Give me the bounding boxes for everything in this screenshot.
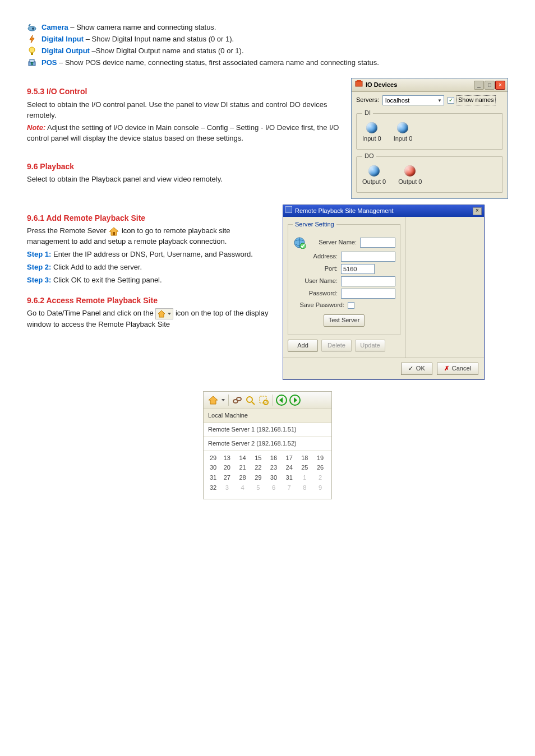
chevron-down-icon[interactable]: [220, 394, 226, 406]
zoom-region-icon[interactable]: [258, 394, 270, 406]
do-item-1[interactable]: Output 0: [398, 165, 422, 187]
note-label: Note:: [27, 123, 45, 132]
test-server-button[interactable]: Test Server: [324, 314, 365, 327]
bullet-text: – Show POS device name, connecting statu…: [59, 58, 379, 67]
dt-row-remote-1[interactable]: Remote Server 1 (192.168.1.51): [204, 423, 331, 437]
heading-961: 9.6.1 Add Remote Playback Site: [27, 212, 274, 224]
svg-point-15: [247, 397, 252, 402]
di-label: Input 0: [362, 134, 381, 143]
led-blue-icon: [366, 122, 377, 133]
led-red-icon: [404, 165, 416, 177]
server-name-label: Server Name:: [312, 238, 357, 247]
step-key: Step 1:: [27, 250, 51, 258]
dt-row-local[interactable]: Local Machine: [204, 409, 331, 423]
zoom-icon[interactable]: [245, 394, 257, 406]
text-96: Select to obtain the Playback panel and …: [27, 174, 342, 185]
separator: [228, 395, 229, 406]
svg-rect-16: [260, 396, 266, 403]
step-3: Step 3: Click OK to exit the Setting pan…: [27, 275, 274, 286]
heading-96: 9.6 Playback: [27, 161, 342, 172]
svg-rect-7: [356, 81, 362, 86]
server-setting-group: Server Setting Server Name: Address: Por…: [288, 220, 400, 335]
svg-rect-10: [285, 206, 292, 213]
servers-select[interactable]: localhost: [382, 95, 444, 105]
bullet-camera: Camera – Show camera name and connecting…: [27, 22, 508, 33]
cancel-button[interactable]: ✗Cancel: [437, 363, 478, 375]
btn-label: Cancel: [452, 364, 471, 373]
prev-icon[interactable]: [275, 394, 288, 406]
io-window-title: IO Devices: [366, 81, 397, 90]
remote-playback-mgmt-window: Remote Playback Site Management × Server…: [283, 205, 485, 380]
di-group: DI Input 0 Input 0: [356, 109, 503, 150]
delete-button[interactable]: Delete: [321, 340, 352, 352]
close-button[interactable]: ×: [495, 81, 505, 90]
date-time-panel: Local Machine Remote Server 1 (192.168.1…: [203, 391, 332, 500]
savepass-label: Save Password:: [293, 301, 344, 310]
lightbulb-icon: [27, 46, 37, 56]
calendar-grid[interactable]: 2913141516171819 3020212223242526 312728…: [204, 451, 331, 499]
led-blue-icon: [397, 122, 408, 133]
shownames-checkbox[interactable]: ✓ Show names: [448, 95, 496, 105]
di-label: Input 0: [394, 134, 413, 143]
text-frag: Press the Remote Sever: [27, 226, 107, 235]
home-dropdown-icon[interactable]: [207, 394, 219, 406]
globe-icon: [293, 236, 306, 249]
di-item-1[interactable]: Input 0: [394, 122, 413, 143]
ok-button[interactable]: ✓OK: [401, 363, 432, 375]
btn-label: OK: [416, 364, 425, 373]
savepass-checkbox[interactable]: [348, 302, 354, 309]
icon-bullet-list: Camera – Show camera name and connecting…: [27, 22, 508, 68]
do-legend: DO: [362, 152, 376, 161]
step-text: Click Add to add the server.: [51, 263, 142, 271]
step-key: Step 2:: [27, 263, 51, 271]
step-text: Enter the IP address or DNS, Port, Usern…: [51, 250, 253, 258]
bullet-text: –Show Digital Output name and status (0 …: [92, 47, 244, 55]
next-icon[interactable]: [289, 394, 301, 406]
step-text: Click OK to exit the Setting panel.: [51, 276, 162, 284]
address-input[interactable]: [341, 252, 395, 262]
dt-row-remote-2[interactable]: Remote Server 2 (192.168.1.52): [204, 437, 331, 451]
svg-point-17: [264, 400, 268, 405]
led-blue-icon: [368, 165, 380, 177]
svg-text:$: $: [31, 62, 33, 66]
bullet-text: – Show camera name and connecting status…: [70, 23, 216, 31]
rpm-server-list: [405, 217, 484, 358]
link-icon[interactable]: [231, 394, 243, 406]
lightning-icon: [27, 34, 37, 44]
bullet-label: POS: [41, 58, 57, 67]
do-item-0[interactable]: Output 0: [362, 165, 386, 187]
rpm-titlebar: Remote Playback Site Management ×: [283, 205, 484, 217]
bullet-di: Digital Input – Show Digital Input name …: [27, 34, 508, 45]
io-devices-window: IO Devices _ □ × Servers: localhost ✓ Sh…: [351, 78, 508, 199]
server-name-input[interactable]: [360, 238, 395, 248]
rpm-app-icon: [285, 206, 292, 216]
svg-point-1: [32, 27, 34, 30]
pass-input[interactable]: [341, 289, 395, 299]
maximize-button[interactable]: □: [485, 81, 495, 90]
svg-point-14: [237, 397, 241, 401]
text-962: Go to Date/Time Panel and click on the i…: [27, 308, 274, 330]
minimize-button[interactable]: _: [474, 81, 484, 90]
user-input[interactable]: [341, 276, 395, 286]
bullet-label: Digital Input: [41, 35, 84, 43]
check-icon: ✓: [448, 97, 454, 104]
text-953-1: Select to obtain the I/O control panel. …: [27, 100, 342, 121]
note-text: Adjust the setting of I/O device in Main…: [27, 123, 339, 142]
user-label: User Name:: [293, 277, 338, 286]
port-input[interactable]: 5160: [341, 264, 375, 274]
shownames-label: Show names: [456, 95, 496, 105]
di-item-0[interactable]: Input 0: [362, 122, 381, 143]
do-label: Output 0: [398, 178, 422, 187]
step-key: Step 3:: [27, 276, 51, 284]
heading-953: 9.5.3 I/O Control: [27, 86, 342, 97]
update-button[interactable]: Update: [355, 340, 385, 352]
text-frag: Go to Date/Time Panel and click on the: [27, 309, 155, 317]
close-button[interactable]: ×: [473, 207, 482, 215]
do-group: DO Output 0 Output 0: [356, 152, 503, 193]
add-button[interactable]: Add: [288, 340, 318, 352]
servers-label: Servers:: [356, 96, 379, 105]
bullet-pos: $ POS – Show POS device name, connecting…: [27, 58, 508, 68]
bullet-text: – Show Digital Input name and status (0 …: [86, 35, 234, 43]
remote-server-icon: [108, 226, 119, 236]
svg-rect-3: [31, 53, 33, 55]
